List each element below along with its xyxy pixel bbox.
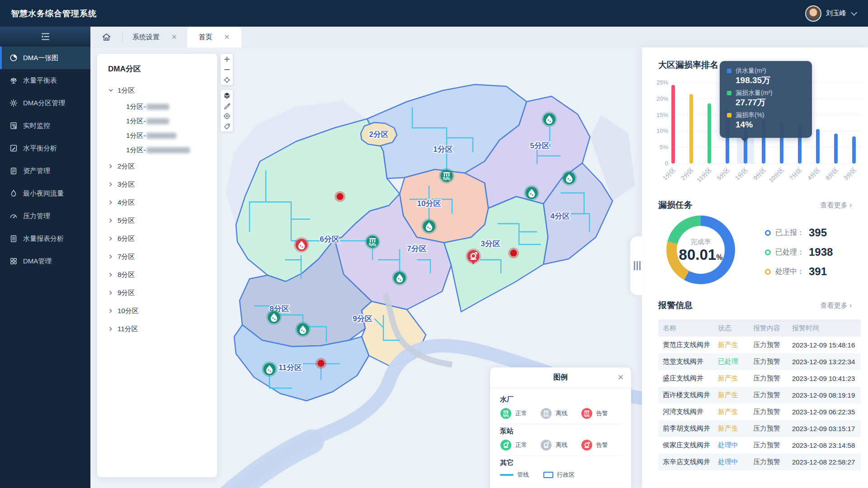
alarm-time: 2023-12-09 15:48:16: [792, 341, 861, 349]
close-icon[interactable]: ✕: [618, 373, 624, 382]
leak-task-more-link[interactable]: 查看更多›: [821, 201, 852, 210]
tree-item-9分区[interactable]: 9分区: [108, 284, 217, 302]
sidebar-item-label: 实时监控: [23, 122, 50, 130]
zoom-out-button[interactable]: [221, 64, 233, 75]
bar[interactable]: [816, 129, 820, 164]
zoom-in-button[interactable]: [221, 54, 233, 64]
alarm-dot-marker[interactable]: [335, 191, 345, 202]
chevron-down-icon: [851, 9, 857, 15]
task-stat-row: 已处理：1938: [765, 246, 833, 258]
sidebar-item-label: 最小夜间流量: [23, 189, 64, 198]
bar[interactable]: [834, 133, 838, 164]
sidebar-item-edit[interactable]: 水平衡分析: [0, 137, 90, 160]
bar[interactable]: [708, 103, 711, 164]
pump-marker[interactable]: [262, 361, 277, 377]
bar[interactable]: [852, 136, 856, 164]
app-header: 智慧水务综合管理系统 刘玉峰: [0, 0, 868, 27]
sidebar-item-balance[interactable]: 水量平衡表: [0, 69, 90, 92]
sidebar-item-dma-map[interactable]: DMA一张图: [0, 47, 90, 69]
tree-item-1分区[interactable]: 1分区: [108, 81, 217, 99]
alarm-name: 河湾支线阀井: [663, 408, 718, 416]
alarm-more-link[interactable]: 查看更多›: [821, 301, 852, 310]
sidebar-item-label: 水量平衡表: [23, 76, 57, 85]
balance-icon: [9, 76, 18, 84]
tree-item-5分区[interactable]: 5分区: [108, 211, 217, 230]
zoom-out-icon: [223, 66, 231, 73]
alarm-dot-marker[interactable]: [316, 358, 326, 369]
target-button[interactable]: [221, 111, 233, 121]
district-label: 7分区: [407, 244, 426, 253]
close-icon[interactable]: ✕: [224, 33, 230, 41]
tree-item-10分区[interactable]: 10分区: [108, 302, 217, 320]
panel-collapse-handle[interactable]: [630, 236, 644, 295]
tree-subitem[interactable]: 1分区-: [108, 143, 217, 157]
tree-subitem[interactable]: 1分区-: [108, 128, 217, 143]
pump-marker[interactable]: [561, 170, 577, 186]
chevron-right-icon: [108, 290, 113, 296]
close-icon[interactable]: ✕: [171, 33, 177, 41]
x-tick-label: 1分区: [661, 166, 677, 182]
tree-item-4分区[interactable]: 4分区: [108, 193, 217, 211]
pump-marker[interactable]: [542, 112, 557, 127]
tag-button[interactable]: [221, 121, 233, 131]
tree-item-3分区[interactable]: 3分区: [108, 175, 217, 193]
water-plant-marker[interactable]: [365, 234, 380, 249]
layers-button[interactable]: [221, 90, 233, 100]
home-tab-button[interactable]: [90, 27, 122, 47]
pump-marker[interactable]: [295, 322, 311, 337]
chevron-right-icon: ›: [849, 301, 852, 310]
alarm-content: 压力预警: [753, 341, 792, 349]
sidebar-collapse-button[interactable]: [0, 27, 90, 47]
sidebar-item-monitor[interactable]: 实时监控: [0, 114, 90, 137]
tree-item-7分区[interactable]: 7分区: [108, 248, 217, 266]
station-marker[interactable]: [524, 185, 539, 201]
pump-marker[interactable]: [392, 270, 407, 286]
measure-button[interactable]: [221, 100, 233, 111]
right-panel: 大区漏损率排名 05%10%15%20%25%1分区2分区11分区5分区1分区9…: [642, 47, 868, 488]
alarm-row: 侯家庄支线阀井 处理中 压力预警 2023-12-08 23:14:58: [658, 437, 861, 454]
station-marker[interactable]: [294, 237, 309, 253]
sidebar-item-grid[interactable]: DMA管理: [0, 250, 90, 272]
tree-item-6分区[interactable]: 6分区: [108, 230, 217, 248]
station-marker[interactable]: [421, 219, 437, 234]
alarm-status: 处理中: [718, 458, 753, 466]
sidebar-item-gear[interactable]: DMA分区管理: [0, 92, 90, 114]
pump-legend-icon: [500, 439, 512, 451]
x-tick-label: 2分区: [679, 166, 695, 182]
stat-dot: [765, 269, 771, 275]
alarm-time: 2023-12-09 06:22:35: [792, 408, 861, 416]
column-header: 报警时间: [792, 324, 861, 333]
station-marker[interactable]: [266, 310, 282, 325]
legend-group-title: 其它: [500, 459, 621, 467]
bar[interactable]: [671, 85, 675, 164]
report-icon: [9, 235, 18, 243]
sidebar-item-asset[interactable]: 资产管理: [0, 160, 90, 182]
tree-item-8分区[interactable]: 8分区: [108, 266, 217, 284]
water-plant-marker[interactable]: [439, 168, 454, 183]
bar[interactable]: [689, 94, 693, 164]
completion-donut-chart[interactable]: 完成率 80.01%: [666, 216, 735, 284]
locate-button[interactable]: [221, 75, 233, 85]
tree-item-2分区[interactable]: 2分区: [108, 157, 217, 175]
user-avatar[interactable]: [805, 5, 821, 22]
sidebar-item-drop[interactable]: 最小夜间流量: [0, 182, 90, 205]
tree-item-11分区[interactable]: 11分区: [108, 320, 217, 338]
x-tick-label: 1分区: [734, 166, 749, 182]
user-menu[interactable]: 刘玉峰: [805, 5, 855, 22]
tree-subitem[interactable]: 1分区-: [108, 114, 217, 128]
alarm-time: 2023-12-08 23:14:58: [792, 441, 861, 449]
legend-title: 图例: [553, 373, 568, 382]
y-tick-label: 15%: [656, 112, 668, 118]
sidebar-item-report[interactable]: 水量报表分析: [0, 227, 90, 250]
tooltip-row: 漏损水量(m³)27.77万: [727, 89, 805, 108]
alarm-dot-marker[interactable]: [508, 248, 519, 258]
tab-首页[interactable]: 首页✕: [187, 27, 242, 47]
tab-系统设置[interactable]: 系统设置✕: [123, 27, 187, 47]
home-icon: [102, 33, 111, 42]
district-label: 1分区: [433, 145, 453, 154]
legend-item: 离线: [540, 439, 580, 451]
sidebar-item-gauge[interactable]: 压力管理: [0, 205, 90, 227]
tree-subitem[interactable]: 1分区-: [108, 99, 217, 114]
alarm-status: 已处理: [718, 357, 753, 366]
x-tick-label: 4分区: [806, 166, 821, 182]
